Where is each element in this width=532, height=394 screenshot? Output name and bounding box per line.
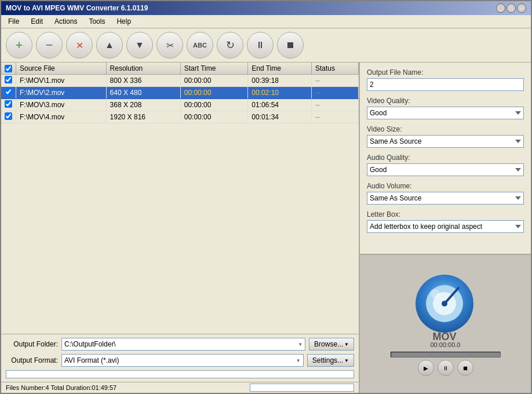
preview-play-button[interactable]: ▶ [418, 360, 434, 376]
col-status: Status [311, 63, 358, 75]
add-button[interactable]: + [6, 32, 32, 59]
window-controls: _ □ × [496, 3, 526, 13]
status-text: Files Number:4 Total Duration:01:49:57 [6, 384, 116, 391]
row-status: -- [311, 111, 358, 123]
main-area: Source File Resolution Start Time End Ti… [1, 63, 531, 393]
col-start-time: Start Time [180, 63, 248, 75]
minimize-button[interactable]: _ [496, 3, 505, 13]
preview-progress-bar[interactable] [391, 352, 501, 357]
audio-volume-field: Audio Volume: Same As Source 25% 50% 75%… [367, 182, 524, 205]
title-bar: MOV to AVI MPEG WMV Converter 6.1.0119 _… [1, 1, 531, 15]
toolbar: + − ✕ ▲ ▼ ✂ ABC ↻ ⏸ ⏹ [1, 28, 531, 63]
move-up-button[interactable]: ▲ [96, 32, 123, 59]
main-window: MOV to AVI MPEG WMV Converter 6.1.0119 _… [0, 0, 532, 394]
preview-area: MOV 00:00:00.0 ▶ ⏸ ⏹ [360, 254, 531, 393]
menu-file[interactable]: File [3, 16, 24, 27]
status-bar: Files Number:4 Total Duration:01:49:57 [1, 382, 359, 393]
col-source-file: Source File [16, 63, 107, 75]
right-panel: Output File Name: 2 Video Quality: Good … [360, 63, 531, 393]
browse-dropdown-arrow: ▼ [344, 342, 349, 347]
table-row[interactable]: F:\MOV\2.mov 640 X 480 00:00:00 00:02:10… [1, 87, 359, 99]
preview-pause-button[interactable]: ⏸ [438, 360, 454, 376]
video-size-field: Video Size: Same As Source 320x240 640x4… [367, 125, 524, 148]
menu-actions[interactable]: Actions [50, 16, 82, 27]
format-dropdown-arrow: ▼ [296, 358, 301, 363]
row-checkbox-cell [1, 75, 16, 87]
output-file-name-field: Output File Name: 2 [367, 68, 524, 91]
svg-point-5 [431, 289, 440, 298]
svg-text:MOV: MOV [432, 331, 456, 341]
row-resolution: 1920 X 816 [106, 111, 180, 123]
output-file-name-input[interactable]: 2 [367, 78, 524, 91]
settings-dropdown-arrow: ▼ [344, 358, 349, 363]
video-size-select[interactable]: Same As Source 320x240 640x480 1280x720 [367, 135, 524, 148]
table-row[interactable]: F:\MOV\1.mov 800 X 336 00:00:00 00:39:18… [1, 75, 359, 87]
audio-quality-select[interactable]: Good Better Best Normal [367, 163, 524, 176]
clear-button[interactable]: ✕ [66, 32, 93, 59]
output-format-row: Output Format: AVI Format (*.avi) ▼ Sett… [6, 354, 354, 367]
row-start-time: 00:00:00 [180, 99, 248, 111]
table-row[interactable]: F:\MOV\4.mov 1920 X 816 00:00:00 00:01:3… [1, 111, 359, 123]
output-format-combo[interactable]: AVI Format (*.avi) ▼ [61, 354, 304, 367]
col-checkbox [1, 63, 16, 75]
left-panel: Source File Resolution Start Time End Ti… [1, 63, 360, 393]
menu-tools[interactable]: Tools [84, 16, 110, 27]
settings-button[interactable]: Settings... ▼ [307, 354, 354, 367]
row-resolution: 800 X 336 [106, 75, 180, 87]
rename-button[interactable]: ABC [187, 32, 213, 59]
row-resolution: 640 X 480 [106, 87, 180, 99]
row-checkbox-cell [1, 87, 16, 99]
cut-button[interactable]: ✂ [156, 32, 183, 59]
output-folder-combo[interactable]: C:\OutputFolder\ ▼ [61, 338, 305, 351]
pause-button[interactable]: ⏸ [247, 32, 274, 59]
output-format-label: Output Format: [6, 356, 58, 364]
row-checkbox[interactable] [5, 76, 12, 83]
output-file-name-label: Output File Name: [367, 68, 524, 76]
remove-button[interactable]: − [36, 32, 63, 59]
preview-buttons: ▶ ⏸ ⏹ [418, 360, 473, 376]
audio-quality-label: Audio Quality: [367, 154, 524, 162]
close-button[interactable]: × [517, 3, 526, 13]
row-checkbox[interactable] [5, 112, 12, 120]
window-title: MOV to AVI MPEG WMV Converter 6.1.0119 [6, 4, 148, 12]
preview-time: 00:00:00.0 [431, 341, 461, 348]
letter-box-label: Letter Box: [367, 210, 524, 218]
audio-quality-field: Audio Quality: Good Better Best Normal [367, 154, 524, 176]
file-table: Source File Resolution Start Time End Ti… [1, 63, 359, 123]
conversion-progress-bar [6, 370, 354, 378]
browse-button[interactable]: Browse... ▼ [309, 338, 354, 351]
row-checkbox-cell [1, 99, 16, 111]
col-end-time: End Time [248, 63, 312, 75]
table-row[interactable]: F:\MOV\3.mov 368 X 208 00:00:00 01:06:54… [1, 99, 359, 111]
row-status: -- [311, 87, 358, 99]
row-file: F:\MOV\3.mov [16, 99, 107, 111]
svg-point-4 [442, 301, 447, 307]
row-file: F:\MOV\1.mov [16, 75, 107, 87]
right-settings: Output File Name: 2 Video Quality: Good … [360, 63, 531, 254]
bottom-controls: Output Folder: C:\OutputFolder\ ▼ Browse… [1, 334, 359, 382]
row-resolution: 368 X 208 [106, 99, 180, 111]
preview-stop-button[interactable]: ⏹ [457, 360, 473, 376]
menu-help[interactable]: Help [112, 16, 136, 27]
file-list: Source File Resolution Start Time End Ti… [1, 63, 359, 334]
status-progress-bar [250, 384, 354, 392]
letter-box-select[interactable]: Add letterbox to keep original aspect No… [367, 220, 524, 233]
video-quality-select[interactable]: Good Better Best Normal [367, 107, 524, 119]
move-down-button[interactable]: ▼ [126, 32, 153, 59]
select-all-checkbox[interactable] [5, 65, 12, 72]
letter-box-field: Letter Box: Add letterbox to keep origin… [367, 210, 524, 233]
menu-edit[interactable]: Edit [26, 16, 48, 27]
row-checkbox[interactable] [5, 88, 12, 96]
convert-button[interactable]: ↻ [217, 32, 243, 59]
row-status: -- [311, 99, 358, 111]
output-folder-row: Output Folder: C:\OutputFolder\ ▼ Browse… [6, 338, 354, 351]
stop-button[interactable]: ⏹ [277, 32, 304, 59]
maximize-button[interactable]: □ [507, 3, 516, 13]
audio-volume-label: Audio Volume: [367, 182, 524, 190]
row-file: F:\MOV\2.mov [16, 87, 107, 99]
video-size-label: Video Size: [367, 125, 524, 133]
row-checkbox[interactable] [5, 100, 12, 108]
audio-volume-select[interactable]: Same As Source 25% 50% 75% 100% 150% [367, 192, 524, 205]
row-status: -- [311, 75, 358, 87]
col-resolution: Resolution [106, 63, 180, 75]
